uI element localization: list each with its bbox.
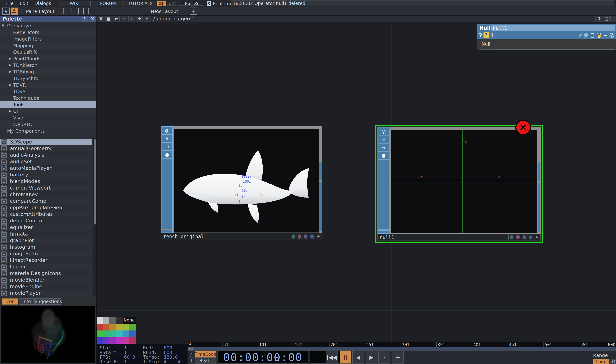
frame-increment-button[interactable]: + (392, 351, 404, 364)
list-item-audioset[interactable]: COMP◈audioSet (0, 158, 92, 165)
chevron-right-icon[interactable]: ▶ (9, 56, 12, 60)
help-button[interactable]: ? (479, 32, 482, 38)
playhead[interactable] (188, 341, 188, 348)
menu-dialogs[interactable]: Dialogs (35, 1, 51, 6)
layout-preset-vsplit[interactable] (63, 8, 70, 14)
list-item-materialdesignicons[interactable]: COMP◈materialDesignIcons (0, 270, 92, 277)
collapse-pane-button[interactable]: ⇩ (610, 16, 616, 22)
palette-close-button[interactable]: X (89, 16, 96, 22)
breadcrumb[interactable]: / project1 / geo2 (153, 16, 193, 22)
node-flag-add[interactable]: ✦ (315, 234, 321, 239)
beats-mode-button[interactable]: Beats (195, 357, 216, 364)
color-swatch[interactable] (96, 317, 103, 324)
node-tench-original[interactable]: ◎ Ϟ → ● (161, 126, 322, 240)
tree-item-oculusrift[interactable]: OculusRift (0, 49, 96, 55)
timeline-field-value[interactable]: 1 (124, 359, 127, 364)
chevron-right-icon[interactable]: ▶ (9, 83, 12, 87)
list-item-audioanalysis[interactable]: COMP◈audioAnalysis (0, 152, 92, 158)
tab-info[interactable]: Info (19, 298, 35, 305)
lightning-icon[interactable]: Ϟ (379, 135, 389, 143)
color-swatch[interactable] (129, 330, 136, 337)
color-swatch[interactable] (109, 324, 116, 330)
tree-item-imagefilters[interactable]: ImageFilters (0, 36, 96, 42)
tree-item-ui[interactable]: ▶UI (0, 108, 96, 115)
realtime-checkbox[interactable]: X (207, 1, 211, 6)
color-swatch[interactable] (103, 337, 109, 344)
layout-preset-single[interactable] (55, 8, 62, 14)
window-button[interactable]: □ (603, 16, 610, 22)
layout-preset-hsplit[interactable] (72, 8, 79, 14)
color-swatch[interactable] (123, 324, 129, 330)
list-item-logger[interactable]: COMP◈logger (0, 263, 92, 270)
bomb-icon[interactable]: ● (162, 151, 172, 159)
tree-item-tdbitwig[interactable]: ▶TDBitwig (0, 68, 96, 75)
lightning-icon[interactable]: Ϟ (162, 135, 172, 143)
list-item-battery[interactable]: COMP◈battery (0, 171, 92, 178)
list-item-blendmodes[interactable]: COMP◈blendModes (0, 178, 92, 184)
parameter-page-tab[interactable]: Null (482, 41, 490, 47)
color-swatch[interactable] (116, 324, 123, 330)
pane-dropdown-button[interactable]: ▼ (98, 16, 104, 22)
arrow-icon[interactable]: → (379, 143, 389, 152)
list-item-cameraviewport[interactable]: COMP◈cameraViewport (0, 184, 92, 191)
color-swatch[interactable] (109, 317, 116, 324)
list-item-histogram[interactable]: COMP◈histogram (0, 244, 92, 250)
list-item-3dscope[interactable]: COMP◈3DScope (0, 139, 92, 145)
tree-item-mapping[interactable]: Mapping (0, 42, 96, 49)
list-item-firmata[interactable]: COMP◈firmata (0, 231, 92, 237)
scrollbar-thumb[interactable] (94, 139, 96, 224)
wiki-button[interactable]: WIKI (59, 1, 91, 6)
color-swatch[interactable] (116, 317, 123, 324)
step-forward-button[interactable]: ▶ (366, 351, 378, 364)
error-badge-icon[interactable]: ✕ (515, 120, 531, 135)
node-flag-1[interactable] (515, 234, 521, 240)
layout-preset-three-pane[interactable] (80, 8, 87, 14)
node-flag-add[interactable]: ✦ (534, 234, 540, 240)
node-flag-1[interactable] (296, 234, 303, 239)
color-swatch[interactable] (109, 330, 116, 337)
arrow-icon[interactable]: → (162, 143, 172, 151)
step-back-button[interactable]: ◀ (352, 351, 364, 364)
viewer-side-toolbar-end[interactable] (162, 230, 173, 233)
node-flag-0[interactable] (509, 234, 515, 240)
swatch-none[interactable]: None (123, 317, 136, 324)
node-null1[interactable]: ◎ Ϟ → ● 1yz-1x1x null1 ✦ (375, 125, 543, 243)
camera-target-icon[interactable]: ◎ (379, 128, 389, 135)
info-button[interactable]: i (491, 32, 493, 38)
midi-indicator[interactable]: O|I (157, 1, 166, 6)
once-button[interactable]: Once (610, 359, 616, 364)
list-item-arcballgeometry[interactable]: COMP◈arcBallGeometry (0, 145, 92, 152)
color-swatch[interactable] (96, 324, 103, 330)
scrollbar-thumb[interactable] (319, 182, 322, 231)
tree-item-tools[interactable]: Tools (0, 101, 96, 108)
range-grip-handle[interactable]: ⋯ (188, 348, 194, 350)
frame-ruler[interactable]: 151101151201251301351401451501551600 (188, 342, 616, 347)
tree-item-my-components[interactable]: My Components (0, 128, 96, 134)
viewer-side-toolbar-end[interactable] (378, 230, 389, 234)
list-item-movieengine[interactable]: COMP◈movieEngine (0, 283, 92, 290)
list-item-imagesearch[interactable]: COMP◈imageSearch (0, 250, 92, 257)
python-help-icon[interactable]: ? (484, 32, 489, 38)
menu-edit[interactable]: Edit (20, 1, 28, 6)
palette-help-button[interactable]: ? (81, 16, 88, 22)
tree-item-techniques[interactable]: Techniques (0, 95, 96, 101)
viewer-scrollbar[interactable] (537, 130, 541, 233)
chevron-right-icon[interactable]: ▶ (9, 70, 12, 74)
pause-button[interactable] (340, 351, 352, 364)
timeline-option-slash-button[interactable]: / (189, 351, 194, 357)
color-swatch[interactable] (103, 330, 109, 337)
timecode-mode-button[interactable]: TimeCode (195, 351, 216, 357)
color-swatch[interactable] (96, 337, 103, 344)
list-item-kinectrecorder[interactable]: COMP◈kinectRecorder (0, 257, 92, 263)
forum-button[interactable]: FORUM (92, 1, 124, 6)
scrollbar-thumb[interactable] (319, 162, 322, 180)
list-item-comparecomp[interactable]: COMP◈compareComp (0, 198, 92, 204)
frame-decrement-button[interactable]: - (379, 351, 390, 364)
camera-target-icon[interactable]: ◎ (162, 127, 172, 135)
list-item-movieplayer[interactable]: COMP◈moviePlayer (0, 290, 92, 296)
operator-name-field[interactable]: null1 (491, 25, 615, 31)
tab-suggestions[interactable]: Suggestions (35, 298, 61, 305)
node-flag-2[interactable] (521, 234, 527, 240)
layout-preset-quad[interactable] (88, 8, 95, 14)
forward-arrow-button[interactable]: ⇒ (121, 16, 127, 22)
